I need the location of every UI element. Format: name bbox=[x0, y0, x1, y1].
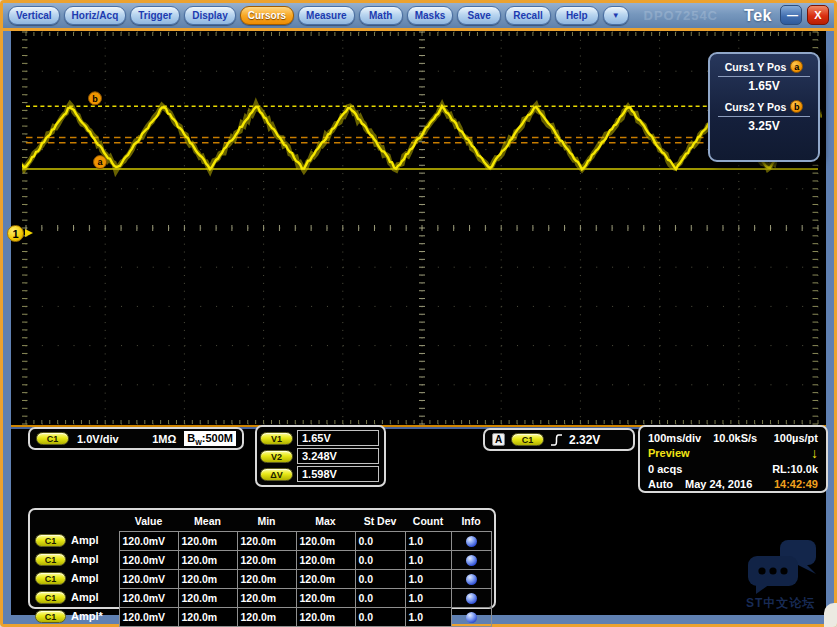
close-button[interactable]: X bbox=[807, 5, 829, 25]
menu-tab-trigger[interactable]: Trigger bbox=[130, 6, 180, 25]
menu-tab-measure[interactable]: Measure bbox=[298, 6, 355, 25]
measurement-row: C1Ampl* 120.0mV 120.0m 120.0m 120.0m 0.0… bbox=[35, 607, 491, 626]
meas-source-badge[interactable]: C1 bbox=[35, 591, 66, 604]
curs2-value: 3.25V bbox=[710, 119, 818, 133]
cursor-values-box: V1 1.65V V2 3.248V ΔV 1.598V bbox=[255, 425, 386, 487]
col-value: Value bbox=[119, 512, 178, 531]
measurement-row: C1Ampl 120.0mV 120.0m 120.0m 120.0m 0.0 … bbox=[35, 569, 491, 588]
col-mean: Mean bbox=[178, 512, 237, 531]
v2-badge[interactable]: V2 bbox=[260, 450, 293, 463]
menu-tab-help[interactable]: Help bbox=[555, 6, 599, 25]
channel1-ground-marker[interactable]: 1 bbox=[7, 225, 37, 243]
col-count: Count bbox=[405, 512, 451, 531]
acquisition-count: 0 acqs bbox=[648, 463, 682, 475]
trigger-mode-badge: A bbox=[492, 433, 505, 446]
col-min: Min bbox=[237, 512, 296, 531]
minimize-button[interactable]: — bbox=[780, 5, 802, 25]
measurement-row: C1Ampl 120.0mV 120.0m 120.0m 120.0m 0.0 … bbox=[35, 531, 491, 550]
menu-tab-masks[interactable]: Masks bbox=[407, 6, 454, 25]
delta-v-value: 1.598V bbox=[297, 466, 379, 482]
info-icon[interactable] bbox=[466, 555, 477, 566]
trigger-level: 2.32V bbox=[569, 433, 600, 447]
tek-logo: Tek bbox=[744, 7, 772, 25]
forum-watermark: ST中文论坛 bbox=[744, 540, 836, 612]
rising-edge-icon bbox=[550, 433, 563, 447]
measurement-table: Value Mean Min Max St Dev Count Info C1A… bbox=[28, 508, 496, 609]
acq-status: Preview bbox=[648, 447, 690, 459]
menu-tab-recall[interactable]: Recall bbox=[505, 6, 550, 25]
channel1-badge[interactable]: C1 bbox=[36, 432, 69, 445]
col-info: Info bbox=[451, 512, 491, 531]
clock: 14:42:49 bbox=[774, 478, 818, 490]
svg-text:b: b bbox=[92, 94, 98, 104]
meas-source-badge[interactable]: C1 bbox=[35, 534, 66, 547]
model-watermark: DPO7254C bbox=[644, 8, 718, 23]
waveform-display: ba 1 Curs1 Y Pos a 1.65V Curs2 Y Pos b bbox=[11, 31, 826, 427]
curs1-value: 1.65V bbox=[710, 79, 818, 93]
cursor-readout-panel: Curs1 Y Pos a 1.65V Curs2 Y Pos b 3.25V bbox=[708, 52, 820, 162]
info-icon[interactable] bbox=[466, 574, 477, 585]
chat-bubbles-icon bbox=[744, 540, 836, 594]
col-max: Max bbox=[296, 512, 355, 531]
timebase: 100ms/div bbox=[648, 432, 701, 444]
trigger-mode: Auto bbox=[648, 478, 673, 490]
page-corner-artifact bbox=[824, 603, 837, 627]
acquisition-panel: 100ms/div 10.0kS/s 100µs/pt Preview ↓ 0 … bbox=[638, 425, 828, 493]
menu-tab-math[interactable]: Math bbox=[359, 6, 403, 25]
curs2-label: Curs2 Y Pos bbox=[725, 101, 786, 113]
meas-source-badge[interactable]: C1 bbox=[35, 610, 66, 623]
knob-b-badge: b bbox=[790, 100, 803, 113]
menu-more-dropdown-icon[interactable]: ▼ bbox=[603, 6, 629, 25]
bandwidth-field[interactable]: BW:500M bbox=[184, 431, 236, 446]
measurement-row: C1Ampl 120.0mV 120.0m 120.0m 120.0m 0.0 … bbox=[35, 588, 491, 607]
menu-tab-horiz-acq[interactable]: Horiz/Acq bbox=[64, 6, 127, 25]
date: May 24, 2016 bbox=[685, 478, 752, 490]
trigger-readout[interactable]: A C1 2.32V bbox=[483, 428, 635, 451]
info-icon[interactable] bbox=[466, 612, 477, 623]
delta-v-badge[interactable]: ΔV bbox=[260, 468, 293, 481]
channel1-readout[interactable]: C1 1.0V/div 1MΩ BW:500M bbox=[28, 427, 244, 450]
curs1-label: Curs1 Y Pos bbox=[725, 61, 786, 73]
trigger-position-arrow-icon: ↓ bbox=[811, 448, 818, 458]
oscilloscope-window: Vertical Horiz/Acq Trigger Display Curso… bbox=[0, 0, 837, 627]
info-icon[interactable] bbox=[466, 536, 477, 547]
menu-bar: Vertical Horiz/Acq Trigger Display Curso… bbox=[8, 6, 629, 25]
vertical-scale: 1.0V/div bbox=[77, 433, 119, 445]
right-arrow-icon bbox=[25, 229, 33, 237]
trigger-source-badge[interactable]: C1 bbox=[511, 433, 544, 446]
info-icon[interactable] bbox=[466, 593, 477, 604]
menu-tab-save[interactable]: Save bbox=[457, 6, 501, 25]
graticule-canvas: ba bbox=[22, 31, 822, 425]
menu-tab-vertical[interactable]: Vertical bbox=[8, 6, 60, 25]
measurement-row: C1Ampl 120.0mV 120.0m 120.0m 120.0m 0.0 … bbox=[35, 550, 491, 569]
measurement-header-row: Value Mean Min Max St Dev Count Info bbox=[35, 512, 491, 531]
meas-source-badge[interactable]: C1 bbox=[35, 553, 66, 566]
menu-tab-display[interactable]: Display bbox=[184, 6, 236, 25]
screen: ba 1 Curs1 Y Pos a 1.65V Curs2 Y Pos b bbox=[3, 31, 834, 624]
menu-tab-cursors[interactable]: Cursors bbox=[240, 6, 294, 25]
v2-value: 3.248V bbox=[297, 448, 379, 464]
meas-source-badge[interactable]: C1 bbox=[35, 572, 66, 585]
record-length: RL:10.0k bbox=[772, 463, 818, 475]
sample-rate: 10.0kS/s bbox=[713, 432, 757, 444]
v1-badge[interactable]: V1 bbox=[260, 432, 293, 445]
resolution: 100µs/pt bbox=[774, 432, 818, 444]
v1-value: 1.65V bbox=[297, 430, 379, 446]
col-stdev: St Dev bbox=[355, 512, 405, 531]
input-impedance: 1MΩ bbox=[152, 433, 176, 445]
titlebar: Vertical Horiz/Acq Trigger Display Curso… bbox=[3, 3, 834, 28]
knob-a-badge: a bbox=[790, 60, 803, 73]
